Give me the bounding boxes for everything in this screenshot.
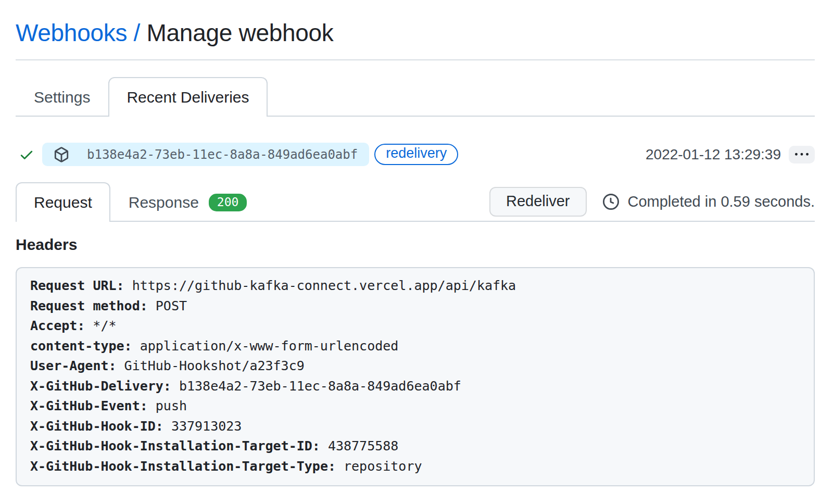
delivery-detail-tabnav: Request Response 200 Redeliver Completed…: [16, 182, 815, 222]
header-line: X-GitHub-Hook-Installation-Target-Type:r…: [30, 457, 800, 477]
webhooks-breadcrumb-link[interactable]: Webhooks: [16, 19, 127, 46]
delivery-toolbar: Redeliver Completed in 0.59 seconds.: [489, 187, 815, 217]
clock-icon: [603, 194, 619, 210]
header-line: Accept:*/*: [30, 316, 800, 336]
page-title-text: Manage webhook: [147, 19, 334, 46]
delivery-options-button[interactable]: [789, 146, 815, 163]
page-header: Webhooks / Manage webhook: [16, 0, 815, 60]
header-line: X-GitHub-Hook-ID:337913023: [30, 417, 800, 437]
header-line: content-type:application/x-www-form-urle…: [30, 336, 800, 357]
header-line: Request URL:https://github-kafka-connect…: [30, 276, 800, 296]
delivery-guid-chip[interactable]: b138e4a2-73eb-11ec-8a8a-849ad6ea0abf: [42, 143, 369, 166]
check-icon: [19, 147, 34, 162]
delivery-row: b138e4a2-73eb-11ec-8a8a-849ad6ea0abf red…: [16, 143, 815, 166]
tab-response[interactable]: Response 200: [110, 182, 266, 222]
completed-duration-text: Completed in 0.59 seconds.: [628, 193, 815, 210]
tab-response-label: Response: [129, 194, 199, 211]
page-title: Webhooks / Manage webhook: [16, 19, 815, 47]
redelivery-badge: redelivery: [374, 144, 458, 165]
tab-settings[interactable]: Settings: [16, 77, 108, 117]
headers-code-block: Request URL:https://github-kafka-connect…: [16, 267, 815, 486]
header-line: Request method:POST: [30, 296, 800, 317]
tab-recent-deliveries[interactable]: Recent Deliveries: [108, 77, 267, 117]
header-line: X-GitHub-Hook-Installation-Target-ID:438…: [30, 436, 800, 457]
header-line: X-GitHub-Event:push: [30, 396, 800, 417]
breadcrumb-separator: /: [134, 19, 140, 46]
headers-section-title: Headers: [16, 236, 815, 254]
manage-webhook-page: Webhooks / Manage webhook Settings Recen…: [0, 0, 833, 486]
redeliver-button[interactable]: Redeliver: [489, 187, 587, 217]
delivery-timestamp: 2022-01-12 13:29:39: [646, 146, 781, 163]
header-line: User-Agent:GitHub-Hookshot/a23f3c9: [30, 356, 800, 376]
response-status-badge: 200: [209, 194, 247, 211]
tab-request[interactable]: Request: [16, 182, 110, 222]
delivery-guid: b138e4a2-73eb-11ec-8a8a-849ad6ea0abf: [87, 147, 358, 162]
webhook-tabnav: Settings Recent Deliveries: [16, 77, 815, 117]
header-line: X-GitHub-Delivery:b138e4a2-73eb-11ec-8a8…: [30, 376, 800, 397]
package-icon: [54, 147, 69, 162]
kebab-horizontal-icon: [795, 148, 809, 161]
